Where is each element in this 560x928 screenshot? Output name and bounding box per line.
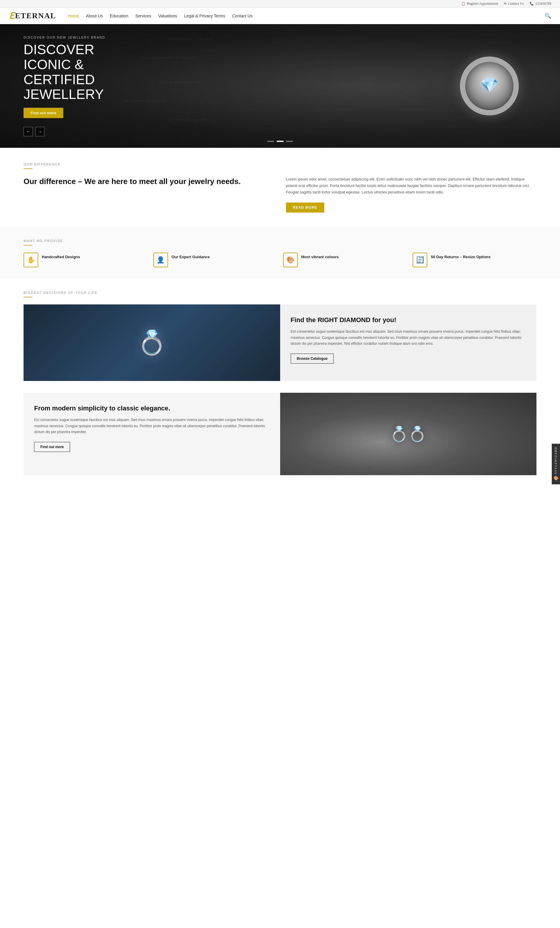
provide-item-2: 👤 Our Expert Guidance — [153, 253, 277, 267]
difference-label: OUR DIFFERENCE — [24, 163, 536, 166]
provide-item-4: 🔄 50 Day Returns – Resize Options — [412, 253, 536, 267]
hero-eyebrow: DISCOVER OUR NEW JEWLLERY BRAND — [24, 36, 105, 39]
contact-icon: ✉ — [504, 2, 507, 6]
provide-text-1: Handcrafted Designs — [42, 253, 80, 259]
simplicity-info: From modern simplicity to classic elegan… — [24, 393, 280, 475]
nav-about[interactable]: About Us — [86, 14, 103, 18]
difference-left: Our difference – We are here to meet all… — [24, 176, 274, 187]
diamond-info: Find the RIGHT DIAMOND for you! Est cons… — [280, 304, 537, 381]
hero-title: DISCOVER ICONIC &CERTIFIEDJEWELLERY — [24, 42, 105, 102]
provide-grid: ✋ Handcrafted Designs 👤 Our Expert Guida… — [24, 253, 536, 267]
difference-body: Lorem ipsum odor amet, consectetuer adip… — [286, 176, 537, 195]
register-label: Register Appointment — [467, 2, 498, 6]
search-icon[interactable]: 🔍 — [545, 13, 551, 19]
difference-grid: Our difference – We are here to meet all… — [24, 176, 536, 212]
simplicity-image: 💍💍 — [280, 393, 537, 475]
difference-heading: Our difference – We are here to meet all… — [24, 176, 274, 187]
provide-text-2: Our Expert Guidance — [172, 253, 210, 259]
phone-number: 123456789 — [535, 2, 551, 6]
header: Ɛ ETERNAL Home About Us Education Servic… — [0, 8, 560, 24]
logo[interactable]: Ɛ ETERNAL — [9, 11, 56, 21]
provide-underline — [24, 245, 32, 246]
provide-text-4: 50 Day Returns – Resize Options — [431, 253, 490, 259]
stylewizard-icon: 🎨 — [554, 476, 558, 481]
diamond-card: 💍 Find the RIGHT DIAMOND for you! Est co… — [24, 304, 536, 381]
hero-dot-3[interactable] — [286, 141, 293, 142]
side-wizard-label: STYLEWIZARD — [554, 447, 558, 474]
provide-item-1: ✋ Handcrafted Designs — [24, 253, 148, 267]
hero-cta-button[interactable]: Find out more — [24, 108, 63, 118]
phone-icon: 📞 — [530, 2, 534, 6]
returns-icon: 🔄 — [412, 253, 427, 267]
simplicity-desc: Est consectetur augue scelerisque faucib… — [34, 417, 269, 435]
nav-valuations[interactable]: Valuations — [158, 14, 177, 18]
hero-title-light: DISCOVER — [24, 42, 94, 57]
register-icon: 📋 — [461, 2, 466, 6]
hero-ring-image — [442, 42, 536, 130]
ring-visual — [460, 56, 519, 115]
nav-services[interactable]: Services — [135, 14, 151, 18]
simplicity-title: From modern simplicity to classic elegan… — [34, 404, 269, 412]
logo-icon: Ɛ — [9, 11, 15, 21]
provide-item-3: 🎨 Most vibrant colours — [283, 253, 407, 267]
hero-dot-2[interactable] — [277, 141, 284, 142]
decisions-label: BIGGEST DECISIONS OF YOUR LIFE — [24, 291, 536, 295]
diamond-desc: Est consectetur augue scelerisque faucib… — [291, 328, 526, 346]
diamond-image-visual: 💍 — [137, 329, 167, 357]
top-bar: 📋 Register Appointment ✉ Contact Us 📞 12… — [0, 0, 560, 8]
read-more-button[interactable]: READ MORE — [286, 203, 324, 212]
contact-topbar[interactable]: ✉ Contact Us — [504, 2, 524, 6]
hero-dots — [267, 141, 293, 142]
simplicity-card: From modern simplicity to classic elegan… — [24, 393, 536, 475]
decisions-section: BIGGEST DECISIONS OF YOUR LIFE 💍 Find th… — [0, 279, 560, 487]
handcrafted-icon: ✋ — [24, 253, 38, 267]
provide-text-3: Most vibrant colours — [301, 253, 339, 259]
main-nav: Home About Us Education Services Valuati… — [68, 14, 545, 18]
hero-dot-1[interactable] — [267, 141, 274, 142]
find-out-button[interactable]: Find out more — [34, 442, 70, 452]
hero-next-arrow[interactable]: → — [35, 127, 45, 136]
phone-topbar: 📞 123456789 — [530, 2, 551, 6]
register-appointment[interactable]: 📋 Register Appointment — [461, 2, 498, 6]
contact-label: Contact Us — [508, 2, 524, 6]
hero-prev-arrow[interactable]: ← — [24, 127, 33, 136]
provide-label: WHAT WE PROVIDE — [24, 239, 536, 243]
difference-right: Lorem ipsum odor amet, consectetuer adip… — [286, 176, 537, 212]
difference-section: OUR DIFFERENCE Our difference – We are h… — [0, 148, 560, 227]
hero-title-bold: ICONIC &CERTIFIEDJEWELLERY — [24, 57, 104, 102]
logo-text: ETERNAL — [15, 11, 56, 20]
nav-legal[interactable]: Legal & Privacy Terms — [184, 14, 225, 18]
decisions-underline — [24, 297, 32, 298]
hero-section: loaf minutes for 1 hour stand cook makes… — [0, 24, 560, 148]
diamond-image: 💍 — [24, 304, 280, 381]
diamond-title: Find the RIGHT DIAMOND for you! — [291, 316, 526, 324]
browse-catalogue-button[interactable]: Browse Catalogue — [291, 354, 334, 363]
provide-section: WHAT WE PROVIDE ✋ Handcrafted Designs 👤 … — [0, 227, 560, 279]
nav-education[interactable]: Education — [110, 14, 128, 18]
rings-visual: 💍💍 — [390, 426, 426, 443]
expert-icon: 👤 — [153, 253, 168, 267]
difference-underline — [24, 168, 32, 169]
vibrant-icon: 🎨 — [283, 253, 298, 267]
hero-content: DISCOVER OUR NEW JEWLLERY BRAND DISCOVER… — [0, 36, 105, 136]
hero-arrows: ← → — [24, 127, 105, 136]
nav-home[interactable]: Home — [68, 14, 79, 18]
side-wizard[interactable]: 🎨 STYLEWIZARD — [552, 444, 560, 484]
nav-contact[interactable]: Contact Us — [232, 14, 253, 18]
